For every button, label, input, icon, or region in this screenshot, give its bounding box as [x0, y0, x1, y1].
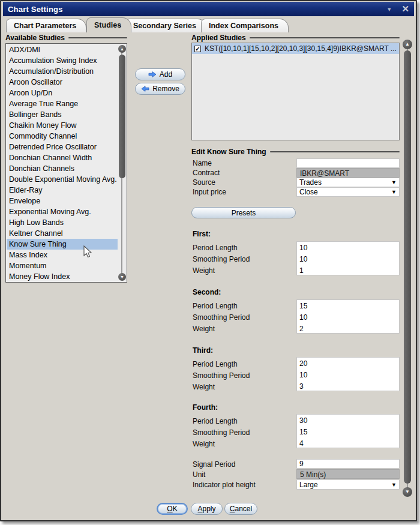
weight-label: Weight — [193, 383, 215, 391]
period-length-label: Period Length — [193, 417, 238, 425]
divider — [270, 151, 400, 152]
unit-value: 5 Min(s) — [296, 469, 400, 479]
presets-button[interactable]: Presets — [191, 207, 296, 218]
remove-arrow-icon — [141, 86, 149, 92]
list-item[interactable]: Aroon Up/Dn — [7, 88, 118, 98]
fourth-params-block — [296, 414, 400, 448]
tab-chart-parameters[interactable]: Chart Parameters — [6, 19, 86, 32]
scrollbar-thumb[interactable] — [404, 50, 411, 484]
list-item[interactable]: Detrended Price Oscillator — [7, 142, 118, 152]
scroll-down-icon[interactable]: ▼ — [118, 273, 126, 281]
divider — [68, 37, 127, 38]
group-title-fourth: Fourth: — [193, 403, 218, 412]
divider — [250, 37, 400, 38]
source-dropdown[interactable]: Trades ▼ — [296, 178, 400, 187]
scrollbar-thumb[interactable] — [119, 55, 125, 178]
weight-label: Weight — [193, 325, 215, 333]
apply-button-label: Apply — [197, 505, 215, 513]
contract-value: IBKR@SMART — [296, 168, 400, 178]
first-smoothing-period-input[interactable] — [297, 253, 399, 265]
list-item[interactable]: Envelope — [7, 196, 118, 206]
window-menu-caret-icon[interactable]: ▾ — [388, 5, 391, 13]
list-item[interactable]: Money Flow Index — [7, 271, 118, 282]
weight-label: Weight — [193, 266, 215, 275]
list-item[interactable]: Elder-Ray — [7, 185, 118, 196]
list-item[interactable]: Accumulation/Distribution — [7, 66, 118, 77]
dialog-scrollbar[interactable]: ▲ ▼ — [402, 40, 413, 508]
window-title: Chart Settings — [8, 5, 63, 14]
checkbox-checked-icon[interactable]: ✓ — [194, 46, 201, 52]
list-item[interactable]: Bollinger Bands — [7, 109, 118, 120]
third-params-block — [296, 357, 400, 391]
first-period-length-input[interactable] — [297, 242, 399, 253]
indicator-plot-height-label: Indicator plot height — [193, 481, 256, 489]
weight-label: Weight — [193, 440, 215, 448]
ok-button-label: OK — [167, 505, 177, 513]
remove-button[interactable]: Remove — [135, 83, 185, 95]
third-period-length-input[interactable] — [297, 358, 399, 369]
signal-period-input[interactable] — [296, 459, 400, 469]
fourth-smoothing-period-input[interactable] — [297, 426, 399, 437]
list-item[interactable]: Exponential Moving Avg. — [7, 206, 118, 217]
list-item-selected[interactable]: Know Sure Thing — [7, 239, 118, 250]
source-value: Trades — [299, 178, 391, 187]
fourth-period-length-input[interactable] — [297, 415, 399, 426]
cancel-button[interactable]: Cancel — [224, 503, 257, 515]
second-smoothing-period-input[interactable] — [297, 311, 399, 323]
second-period-length-input[interactable] — [297, 300, 399, 311]
second-params-block — [296, 299, 400, 334]
list-item[interactable]: Accumulation Swing Index — [7, 55, 118, 66]
name-label: Name — [193, 159, 212, 167]
list-item[interactable]: Commodity Channel — [7, 131, 118, 142]
list-item[interactable]: Momentum — [7, 260, 118, 271]
list-item[interactable]: Chaikin Money Flow — [7, 120, 118, 131]
scroll-down-icon[interactable]: ▼ — [403, 487, 412, 497]
applied-study-row[interactable]: ✓ KST([10,10,1][15,10,2][20,10,3][30,15,… — [192, 43, 399, 54]
list-item[interactable]: Average True Range — [7, 98, 118, 109]
input-price-value: Close — [299, 188, 391, 196]
titlebar[interactable]: Chart Settings ▾ ✕ — [3, 2, 414, 16]
indicator-plot-height-value: Large — [299, 481, 391, 489]
fourth-weight-input[interactable] — [297, 437, 399, 449]
scroll-up-icon[interactable]: ▲ — [118, 45, 126, 53]
indicator-plot-height-dropdown[interactable]: Large ▼ — [296, 479, 400, 490]
tab-index-comparisons[interactable]: Index Comparisons — [201, 19, 289, 32]
list-item[interactable]: Aroon Oscillator — [7, 77, 118, 88]
name-input[interactable] — [296, 158, 400, 168]
list-item[interactable]: Donchian Channels — [7, 163, 118, 174]
tab-studies[interactable]: Studies — [86, 17, 131, 32]
tab-bar: Chart Parameters Studies Secondary Serie… — [3, 17, 414, 32]
available-studies-items: ADX/DMI Accumulation Swing Index Accumul… — [7, 44, 118, 282]
first-params-block — [296, 241, 400, 275]
list-item[interactable]: ADX/DMI — [7, 44, 118, 55]
contract-label: Contract — [193, 169, 220, 177]
first-weight-input[interactable] — [297, 265, 399, 276]
period-length-label: Period Length — [193, 244, 238, 252]
available-studies-header: Available Studies — [5, 34, 127, 42]
applied-studies-list: ✓ KST([10,10,1][15,10,2][20,10,3][30,15,… — [191, 43, 400, 140]
add-button[interactable]: Add — [135, 68, 185, 80]
input-price-dropdown[interactable]: Close ▼ — [296, 187, 400, 197]
list-item[interactable]: Mass Index — [7, 250, 118, 260]
apply-button[interactable]: Apply — [191, 503, 223, 515]
cancel-button-label: Cancel — [230, 505, 252, 513]
list-scrollbar[interactable]: ▲ ▼ — [118, 45, 126, 281]
third-smoothing-period-input[interactable] — [297, 369, 399, 380]
applied-studies-header: Applied Studies — [191, 34, 400, 42]
close-icon[interactable]: ✕ — [401, 4, 409, 14]
list-item[interactable]: Keltner Channel — [7, 228, 118, 239]
scroll-up-icon[interactable]: ▲ — [403, 40, 412, 49]
tab-secondary-series[interactable]: Secondary Series — [125, 19, 206, 32]
list-item[interactable]: High Low Bands — [7, 217, 118, 228]
list-item[interactable]: Donchian Channel Width — [7, 152, 118, 163]
edit-section-header: Edit Know Sure Thing — [191, 148, 400, 156]
source-label: Source — [193, 178, 215, 187]
smoothing-period-label: Smoothing Period — [193, 255, 250, 263]
signal-period-label: Signal Period — [193, 460, 235, 469]
second-weight-input[interactable] — [297, 323, 399, 334]
presets-button-label: Presets — [232, 209, 256, 217]
ok-button[interactable]: OK — [157, 503, 188, 515]
list-item[interactable]: Double Exponential Moving Avg. — [7, 174, 118, 185]
third-weight-input[interactable] — [297, 380, 399, 392]
applied-study-label: KST([10,10,1][15,10,2][20,10,3][30,15,4]… — [205, 44, 397, 53]
